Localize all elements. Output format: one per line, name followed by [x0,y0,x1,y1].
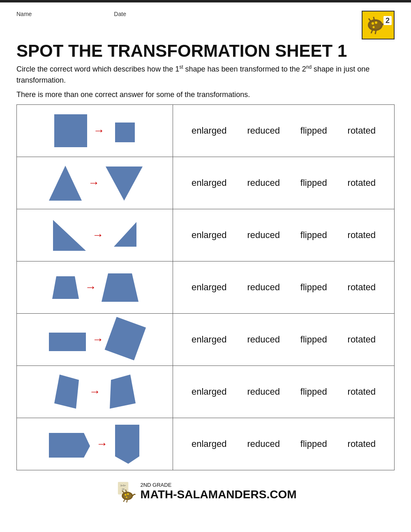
word-flipped-2[interactable]: flipped [297,177,330,189]
svg-text:15: 15 [122,488,125,490]
word-enlarged-4[interactable]: enlarged [188,281,230,294]
word-options-3: enlarged reduced flipped rotated [181,229,386,241]
shape1-row3 [51,218,88,253]
footer-col: 2ND GRADE MATH-SALAMANDERS.COM [140,482,296,501]
date-label: Date [114,11,126,17]
name-date: Name Date [16,11,126,17]
word-options-2: enlarged reduced flipped rotated [181,177,386,189]
footer-site: MATH-SALAMANDERS.COM [140,488,296,501]
svg-text:3×5=: 3×5= [120,484,126,487]
shapes-cell-7: → [17,418,173,470]
svg-point-32 [125,494,127,495]
shape2-row5 [108,319,143,360]
arrow-7: → [96,437,108,451]
svg-marker-24 [49,433,90,458]
word-options-4: enlarged reduced flipped rotated [181,281,386,294]
shape1-row1 [52,112,89,149]
svg-marker-14 [49,166,82,201]
word-enlarged-6[interactable]: enlarged [188,386,230,398]
word-enlarged-1[interactable]: enlarged [188,125,230,137]
word-rotated-5[interactable]: rotated [344,333,379,346]
svg-line-36 [127,500,128,502]
svg-line-9 [374,17,374,21]
words-cell-2: enlarged reduced flipped rotated [173,157,395,209]
shapes-row-4: → [21,265,169,310]
word-flipped-7[interactable]: flipped [297,438,330,450]
svg-marker-19 [102,273,139,302]
logo-box: 2 [362,11,395,39]
svg-marker-22 [54,375,79,409]
table-row: → enlarged reduced flipped rotated [17,157,395,209]
shapes-cell-5: → [17,314,173,366]
word-enlarged-5[interactable]: enlarged [188,333,230,346]
word-flipped-6[interactable]: flipped [297,386,330,398]
shape2-row7 [112,423,143,466]
svg-text:2: 2 [386,16,390,25]
word-options-6: enlarged reduced flipped rotated [181,386,386,398]
word-reduced-3[interactable]: reduced [244,229,283,241]
word-enlarged-2[interactable]: enlarged [188,177,230,189]
header-row: Name Date [16,11,395,39]
word-reduced-4[interactable]: reduced [244,281,283,294]
footer-salamander-icon: 3×5= 15 [114,480,137,503]
arrow-1: → [93,124,105,137]
word-options-5: enlarged reduced flipped rotated [181,333,386,346]
table-row: → enlarged reduced flipped rotated [17,366,395,418]
word-reduced-2[interactable]: reduced [244,177,283,189]
svg-point-3 [372,22,374,25]
footer-logo: 3×5= 15 2ND GRADE MATH-SALAMANDERS [114,480,296,503]
word-reduced-7[interactable]: reduced [244,438,283,450]
shape1-row6 [52,372,85,412]
word-rotated-1[interactable]: rotated [344,125,379,137]
shapes-cell-1: → [17,105,173,157]
shapes-row-2: → [21,160,169,206]
shape1-row5 [47,325,88,354]
shape2-row4 [101,270,140,305]
shapes-row-1: → [21,108,169,153]
word-enlarged-7[interactable]: enlarged [188,438,230,450]
logo-svg: 2 [364,13,393,37]
svg-rect-12 [54,114,87,147]
words-cell-6: enlarged reduced flipped rotated [173,366,395,418]
svg-point-34 [126,497,127,498]
table-row: → enlarged reduced flipped rotated [17,418,395,470]
shape2-row2 [104,164,143,201]
svg-marker-15 [106,167,143,201]
word-rotated-6[interactable]: rotated [344,386,379,398]
shape1-row7 [47,429,92,460]
word-rotated-2[interactable]: rotated [344,177,379,189]
shapes-cell-4: → [17,261,173,314]
svg-line-7 [375,30,376,34]
word-reduced-5[interactable]: reduced [244,333,283,346]
word-options-1: enlarged reduced flipped rotated [181,125,386,137]
word-flipped-3[interactable]: flipped [297,229,330,241]
table-row: → enlarged reduced flipped rotated [17,314,395,366]
words-cell-3: enlarged reduced flipped rotated [173,209,395,261]
svg-point-4 [375,21,377,24]
svg-point-5 [373,26,375,28]
table-row: → enlarged reduced flipped rotated [17,105,395,157]
table-row: → enlarged reduced flipped rotated [17,261,395,314]
svg-marker-25 [115,425,139,464]
word-flipped-5[interactable]: flipped [297,333,330,346]
svg-line-35 [124,500,125,502]
arrow-6: → [89,385,101,398]
word-flipped-1[interactable]: flipped [297,125,330,137]
footer-grade: 2ND GRADE [140,482,171,488]
word-enlarged-3[interactable]: enlarged [188,229,230,241]
word-reduced-1[interactable]: reduced [244,125,283,137]
word-flipped-4[interactable]: flipped [297,281,330,294]
arrow-3: → [92,229,104,242]
svg-marker-17 [114,222,136,247]
word-rotated-4[interactable]: rotated [344,281,379,294]
words-cell-1: enlarged reduced flipped rotated [173,105,395,157]
word-rotated-3[interactable]: rotated [344,229,379,241]
arrow-5: → [92,333,104,346]
word-reduced-6[interactable]: reduced [244,386,283,398]
word-rotated-7[interactable]: rotated [344,438,379,450]
shapes-row-5: → [21,317,169,362]
svg-rect-21 [105,317,146,361]
shape2-row3 [108,220,139,251]
footer: 3×5= 15 2ND GRADE MATH-SALAMANDERS [16,480,395,511]
shapes-row-3: → [21,213,169,258]
